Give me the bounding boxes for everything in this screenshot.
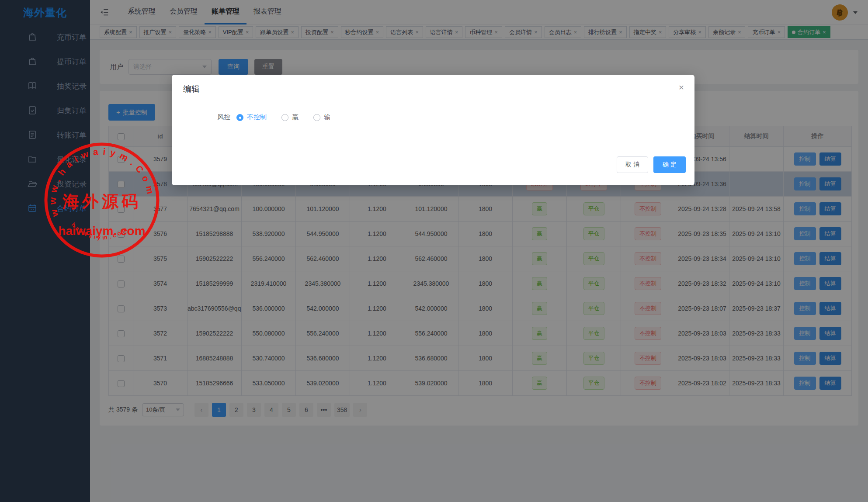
radio-win[interactable]: 赢 — [281, 113, 299, 121]
watermark-stamp: www.haiwaiym.Com 海外源码 haiwaiym. com haiw… — [42, 141, 161, 260]
dialog-footer: 取 消 确 定 — [617, 156, 686, 173]
radio-lose[interactable]: 输 — [313, 113, 330, 121]
app-root: 海外量化 充币订单 提币订单 抽奖记录 归集订单 转账订单 量化记录 投资记录 — [0, 0, 868, 502]
radio-label: 输 — [324, 113, 330, 121]
radio-label: 赢 — [292, 113, 299, 121]
cancel-button[interactable]: 取 消 — [617, 156, 648, 173]
radio-circle-icon — [281, 114, 288, 121]
radio-no-control[interactable]: 不控制 — [236, 113, 267, 121]
confirm-button[interactable]: 确 定 — [653, 156, 686, 173]
radio-circle-icon — [313, 114, 320, 121]
close-icon[interactable]: × — [679, 83, 684, 92]
dialog-body: 风控 不控制 赢 输 — [217, 113, 345, 121]
risk-control-label: 风控 — [217, 113, 230, 121]
radio-label: 不控制 — [247, 113, 267, 121]
edit-dialog: 编辑 × 风控 不控制 赢 输 取 消 确 定 — [172, 75, 694, 185]
watermark-cn-text: 海外源码 — [62, 192, 141, 211]
radio-circle-icon — [236, 114, 243, 121]
dialog-title: 编辑 — [183, 83, 200, 95]
